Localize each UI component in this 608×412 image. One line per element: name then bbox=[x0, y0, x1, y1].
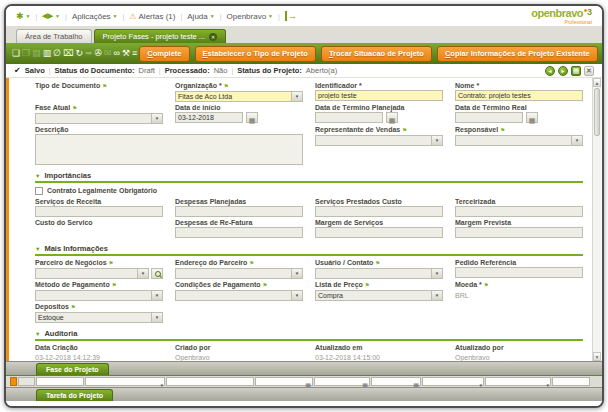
grid-cell-combo[interactable] bbox=[422, 377, 484, 386]
attachment-icon[interactable]: ✇ bbox=[95, 47, 103, 60]
chevron-down-icon[interactable] bbox=[151, 313, 162, 322]
close-form-icon[interactable]: ✕ bbox=[584, 66, 594, 76]
section-mais-informacoes[interactable]: ▼ Mais Informações bbox=[35, 242, 583, 256]
responsavel-combo[interactable] bbox=[455, 135, 583, 146]
calendar-icon[interactable] bbox=[526, 112, 538, 123]
chevron-down-icon[interactable] bbox=[431, 269, 442, 278]
favorites-menu[interactable]: ✱ ▼ bbox=[16, 11, 31, 21]
change-project-status-rest: rocar Situacao de Projeto bbox=[333, 49, 424, 58]
search-icon[interactable] bbox=[151, 268, 163, 279]
copy-project-info-button[interactable]: Copiar Informações de Projeto Existente bbox=[437, 46, 598, 62]
vertical-scrollbar[interactable]: ▲ ▼ bbox=[592, 78, 601, 361]
chevron-down-icon[interactable] bbox=[431, 136, 442, 145]
scrollbar-thumb[interactable] bbox=[594, 88, 600, 136]
field-metodo-pagamento: Método de Pagamento bbox=[35, 280, 163, 301]
scroll-down-icon[interactable]: ▼ bbox=[593, 352, 601, 361]
quick-launch-menu[interactable]: ◀▶ ▼ bbox=[42, 12, 60, 20]
new-record-icon[interactable]: ❏ bbox=[12, 47, 20, 60]
field-lista-preco: Lista de Preço Compra bbox=[315, 280, 443, 301]
fase-atual-combo[interactable] bbox=[35, 113, 163, 124]
undo-icon[interactable]: ∅ bbox=[53, 47, 61, 60]
representante-combo[interactable] bbox=[315, 135, 443, 146]
metodo-pagamento-combo[interactable] bbox=[35, 290, 163, 301]
margem-prevista-input[interactable] bbox=[455, 227, 583, 238]
despesas-refatura-label: Despesas de Re-Fatura bbox=[175, 218, 303, 227]
logout-icon[interactable]: → bbox=[285, 11, 297, 21]
termino-planejada-input[interactable] bbox=[315, 112, 383, 123]
tab-workspace[interactable]: Área de Trabalho bbox=[16, 29, 92, 43]
save-and-new-icon[interactable]: ▥ bbox=[43, 47, 52, 60]
previous-record-icon[interactable]: ◂ bbox=[545, 66, 555, 76]
logo-professional: Professional bbox=[531, 20, 592, 25]
despesas-planejadas-input[interactable] bbox=[175, 206, 303, 217]
grid-cell-combo[interactable] bbox=[85, 377, 165, 386]
grid-view-icon[interactable]: ▦ bbox=[571, 66, 581, 76]
tab-projeto-fases[interactable]: Projeto Fases - projeto teste ... ✕ bbox=[94, 29, 227, 43]
menu-ajuda[interactable]: Ajuda ▼ bbox=[187, 12, 214, 21]
change-project-status-button[interactable]: Trocar Situacao de Projeto bbox=[321, 46, 432, 62]
condicoes-pagamento-combo[interactable] bbox=[175, 290, 303, 301]
nome-input[interactable]: Contrato: projeto testes bbox=[455, 90, 583, 101]
tab-tarefa-do-projeto[interactable]: Tarefa do Projeto bbox=[36, 389, 113, 401]
divider: | bbox=[123, 13, 125, 20]
menu-openbravo[interactable]: Openbravo ▼ bbox=[227, 12, 274, 21]
chevron-down-icon[interactable] bbox=[291, 291, 302, 300]
grid-cell-input[interactable] bbox=[36, 377, 84, 386]
parceiro-combo[interactable] bbox=[35, 268, 149, 279]
grid-cell-date[interactable] bbox=[314, 377, 370, 386]
usuario-combo[interactable] bbox=[315, 268, 443, 279]
grid-row-checkbox-cell[interactable] bbox=[18, 377, 35, 386]
section-importancias[interactable]: ▼ Importâncias bbox=[35, 169, 583, 183]
identificador-input[interactable]: projeto teste bbox=[315, 90, 443, 101]
calendar-icon[interactable] bbox=[386, 112, 398, 123]
chevron-down-icon[interactable] bbox=[571, 136, 582, 145]
atualizado-em-value: 03-12-2018 14:15:00 bbox=[315, 352, 443, 361]
grid-cell-combo[interactable] bbox=[485, 377, 551, 386]
chevron-down-icon[interactable] bbox=[137, 269, 148, 278]
tools-icon[interactable]: ⚒ bbox=[122, 47, 130, 60]
termino-real-input[interactable] bbox=[455, 112, 523, 123]
grid-cell-input[interactable] bbox=[166, 377, 254, 386]
endereco-combo[interactable] bbox=[175, 268, 303, 279]
next-record-icon[interactable]: ▸ bbox=[558, 66, 568, 76]
divider: | bbox=[159, 67, 161, 74]
contrato-legal-checkbox[interactable] bbox=[35, 187, 43, 195]
pedido-input[interactable] bbox=[455, 267, 583, 278]
terceirizada-input[interactable] bbox=[455, 206, 583, 217]
data-inicio-input[interactable]: 03-12-2018 bbox=[175, 112, 243, 123]
grid-cell-input[interactable] bbox=[552, 377, 590, 386]
menu-aplicacoes[interactable]: Aplicações ▼ bbox=[72, 12, 118, 21]
chevron-down-icon[interactable] bbox=[431, 291, 442, 300]
grid-cell-date[interactable] bbox=[255, 377, 313, 386]
complete-button[interactable]: Complete bbox=[139, 46, 189, 62]
section-importancias-label: Importâncias bbox=[44, 171, 91, 180]
field-usuario: Usuário / Contato bbox=[315, 258, 443, 279]
descricao-textarea[interactable] bbox=[35, 134, 303, 165]
field-nome: Nome * Contrato: projeto testes bbox=[455, 81, 583, 102]
tab-fase-do-projeto[interactable]: Fase do Projeto bbox=[36, 363, 109, 375]
calendar-icon[interactable] bbox=[246, 112, 258, 123]
close-icon[interactable]: ✕ bbox=[209, 33, 217, 41]
scroll-up-icon[interactable]: ▲ bbox=[593, 78, 601, 87]
chevron-down-icon[interactable] bbox=[291, 269, 302, 278]
depositos-combo[interactable]: Estoque bbox=[35, 312, 163, 323]
servicos-receita-input[interactable] bbox=[35, 206, 163, 217]
set-project-type-button[interactable]: Estabelecer o Tipo de Projeto bbox=[195, 46, 316, 62]
refresh-icon[interactable]: ↻ bbox=[75, 47, 83, 60]
alerts-item[interactable]: ⚠ Alertas (1) bbox=[129, 12, 175, 21]
more-icon[interactable]: ≡ bbox=[132, 47, 137, 60]
section-auditoria[interactable]: ▼ Auditoria bbox=[35, 327, 583, 341]
delete-icon[interactable]: ⌧ bbox=[63, 47, 73, 60]
margem-servicos-input[interactable] bbox=[315, 227, 443, 238]
chevron-down-icon[interactable] bbox=[151, 291, 162, 300]
saved-check-icon: ✔ bbox=[14, 66, 21, 75]
servicos-prestados-input[interactable] bbox=[315, 206, 443, 217]
lista-preco-combo[interactable]: Compra bbox=[315, 290, 443, 301]
linked-items-icon[interactable]: ∞ bbox=[114, 47, 120, 60]
chevron-down-icon[interactable] bbox=[151, 114, 162, 123]
quick-launch-icon: ◀▶ bbox=[42, 12, 53, 20]
despesas-refatura-input[interactable] bbox=[175, 227, 303, 238]
grid-cell-date[interactable] bbox=[371, 377, 421, 386]
organizacao-combo[interactable]: Fitas de Aco Ltda bbox=[175, 91, 303, 102]
chevron-down-icon[interactable] bbox=[291, 92, 302, 101]
